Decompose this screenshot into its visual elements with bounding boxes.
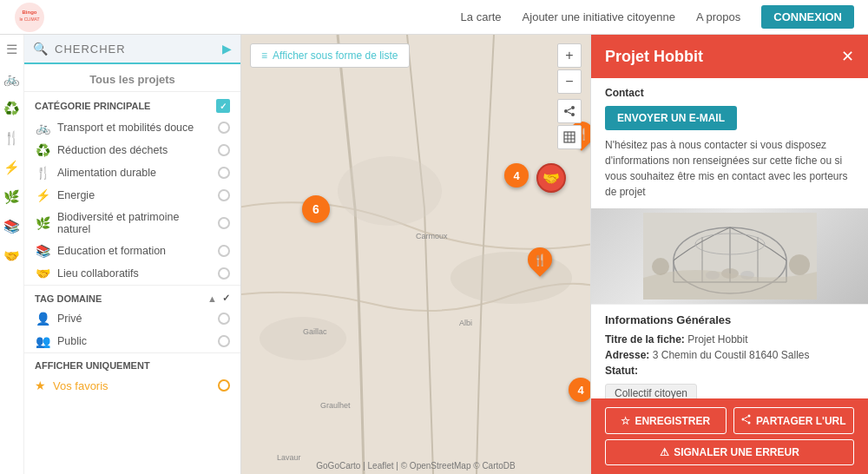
svg-point-12 <box>571 106 575 109</box>
alimentation-radio[interactable] <box>218 167 230 179</box>
biodiv-label: Biodiversité et patrimoine naturel <box>57 211 211 235</box>
alimentation-label: Alimentation durable <box>57 167 211 179</box>
panel-footer: ☆ ENREGISTRER PARTAGER L'URL <box>591 398 868 474</box>
education-icon[interactable]: 📚 <box>3 219 20 234</box>
logo[interactable]: Bingo le CLIMAT <box>14 2 45 33</box>
map-container[interactable]: Carmoux Albi Gaillac Graulhet Lavaur ≡ A… <box>241 35 590 474</box>
map-pin-food-5[interactable]: 🍴 <box>528 247 552 272</box>
svg-point-33 <box>747 415 750 418</box>
nav-initiative[interactable]: Ajouter une initiative citoyenne <box>523 10 675 23</box>
biodiv-cat-icon: 🌿 <box>35 216 50 230</box>
pin-food-5-icon: 🍴 <box>533 253 547 267</box>
all-categories-icon[interactable]: ☰ <box>6 42 17 57</box>
info-generale-title: Informations Générales <box>605 313 854 326</box>
nav-carte[interactable]: La carte <box>461 10 502 23</box>
collab-radio[interactable] <box>218 267 230 280</box>
navbar: Bingo le CLIMAT La carte Ajouter une ini… <box>0 0 868 35</box>
panel-contact-section: Contact ENVOYER UN E-MAIL N'hésitez pas … <box>591 78 868 208</box>
sidebar-item-transport[interactable]: 🚲 Transport et mobilités douce <box>24 116 240 139</box>
map-pin-special-red[interactable]: 🤝 <box>536 163 566 193</box>
sidebar-item-public[interactable]: 👥 Public <box>24 330 240 352</box>
reduction-radio[interactable] <box>218 144 230 156</box>
prive-radio[interactable] <box>218 313 230 325</box>
enregistrer-button[interactable]: ☆ ENREGISTRER <box>605 407 727 434</box>
svg-point-6 <box>260 317 346 360</box>
biodiv-icon[interactable]: 🌿 <box>3 189 20 205</box>
energie-radio[interactable] <box>218 189 230 201</box>
main-layout: ☰ 🚲 ♻️ 🍴 ⚡ 🌿 📚 🤝 🔍 ▶ Tous les projets CA… <box>0 35 868 474</box>
list-view-button[interactable]: ≡ Afficher sous forme de liste <box>250 43 410 68</box>
education-label: Education et formation <box>57 245 211 257</box>
afficher-section-title: AFFICHER UNIQUEMENT <box>24 352 240 374</box>
share-button[interactable] <box>557 99 582 123</box>
svg-text:le CLIMAT: le CLIMAT <box>19 16 39 22</box>
logo-icon: Bingo le CLIMAT <box>14 2 45 33</box>
panel-header: Projet Hobbit ✕ <box>591 35 868 78</box>
reduction-icon[interactable]: ♻️ <box>3 101 20 116</box>
left-iconbar: ☰ 🚲 ♻️ 🍴 ⚡ 🌿 📚 🤝 <box>0 35 24 474</box>
tag-domaine-checkbox[interactable]: ✓ <box>222 293 230 304</box>
svg-line-36 <box>744 417 747 418</box>
share-icon <box>563 105 575 117</box>
alimentation-cat-icon: 🍴 <box>35 166 50 180</box>
zoom-out-button[interactable]: − <box>557 69 582 94</box>
partager-button[interactable]: PARTAGER L'URL <box>733 407 855 434</box>
alimentation-icon[interactable]: 🍴 <box>3 130 20 146</box>
favoris-radio[interactable] <box>218 379 230 392</box>
prive-icon: 👤 <box>35 312 50 326</box>
signaler-button[interactable]: ⚠ SIGNALER UNE ERREUR <box>605 439 854 465</box>
star-save-icon: ☆ <box>621 415 630 427</box>
public-icon: 👥 <box>35 334 50 348</box>
sidebar-item-education[interactable]: 📚 Education et formation <box>24 240 240 262</box>
svg-text:Graulhet: Graulhet <box>320 401 351 410</box>
connexion-button[interactable]: CONNEXION <box>761 5 854 29</box>
energie-icon[interactable]: ⚡ <box>3 160 20 175</box>
map-pin-cluster-6[interactable]: 6 <box>302 195 330 223</box>
pin-special-icon: 🤝 <box>542 170 560 187</box>
transport-icon[interactable]: 🚲 <box>3 71 20 87</box>
svg-line-15 <box>568 109 571 110</box>
nav-apropos[interactable]: A propos <box>696 10 740 23</box>
tag-domaine-section: TAG DOMAINE ▲ ✓ <box>24 285 240 307</box>
svg-point-13 <box>564 109 568 113</box>
education-cat-icon: 📚 <box>35 244 50 258</box>
education-radio[interactable] <box>218 245 230 257</box>
panel-footer-row-1: ☆ ENREGISTRER PARTAGER L'URL <box>605 407 854 434</box>
panel-image <box>591 208 868 304</box>
search-input[interactable] <box>55 43 222 56</box>
transport-radio[interactable] <box>218 122 230 134</box>
svg-line-37 <box>744 420 747 422</box>
layer-button[interactable] <box>557 125 582 149</box>
sidebar-item-alimentation[interactable]: 🍴 Alimentation durable <box>24 161 240 184</box>
categorie-checkbox[interactable]: ✓ <box>216 99 230 113</box>
send-email-button[interactable]: ENVOYER UN E-MAIL <box>605 106 737 130</box>
biodiv-radio[interactable] <box>218 217 230 229</box>
favoris-item[interactable]: ★ Vos favoris <box>24 374 240 397</box>
transport-cat-icon: 🚲 <box>35 121 50 135</box>
sidebar-item-collab[interactable]: 🤝 Lieu collaboratifs <box>24 262 240 285</box>
navbar-links: La carte Ajouter une initiative citoyenn… <box>461 5 854 29</box>
svg-text:Bingo: Bingo <box>23 10 37 15</box>
svg-point-5 <box>450 252 572 304</box>
panel-close-button[interactable]: ✕ <box>841 47 854 66</box>
search-arrow-icon[interactable]: ▶ <box>222 42 232 56</box>
map-pin-cluster-4-bottom[interactable]: 4 <box>569 378 590 402</box>
categorie-section-title: CATÉGORIE PRINCIPALE ✓ <box>24 91 240 116</box>
contact-description-text: N'hésitez pas à nous contacter si vous d… <box>605 137 854 200</box>
search-bar[interactable]: 🔍 ▶ <box>24 35 240 64</box>
contact-section-title: Contact <box>605 87 854 99</box>
sidebar-item-reduction[interactable]: ♻️ Réduction des déchets <box>24 139 240 161</box>
right-panel: Projet Hobbit ✕ Contact ENVOYER UN E-MAI… <box>590 35 868 474</box>
map-toolbar: ≡ Afficher sous forme de liste <box>250 43 410 68</box>
public-radio[interactable] <box>218 335 230 347</box>
map-pin-cluster-4-top[interactable]: 4 <box>504 163 529 188</box>
zoom-in-button[interactable]: + <box>557 43 582 68</box>
sidebar-item-biodiv[interactable]: 🌿 Biodiversité et patrimoine naturel <box>24 207 240 240</box>
share-url-icon <box>741 414 752 427</box>
cluster-4-number: 4 <box>504 163 529 188</box>
collab-icon[interactable]: 🤝 <box>3 248 20 264</box>
map-footer: GoGoCarto | Leaflet | © OpenStreetMap © … <box>316 461 515 471</box>
sidebar-item-energie[interactable]: ⚡ Energie <box>24 184 240 207</box>
layer-icon <box>563 131 575 143</box>
sidebar-item-prive[interactable]: 👤 Privé <box>24 307 240 330</box>
